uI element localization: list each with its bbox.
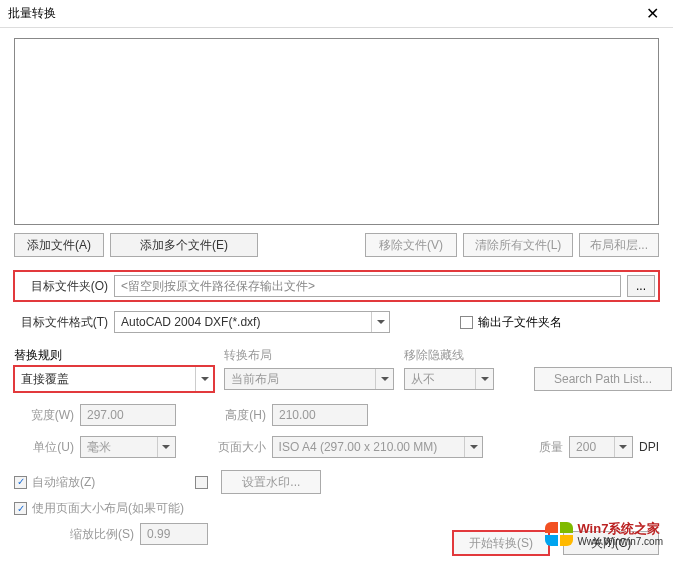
close-button[interactable]: 关闭(C) <box>563 531 659 555</box>
height-input: 210.00 <box>272 404 368 426</box>
replace-rule-label: 替换规则 <box>14 347 214 364</box>
use-page-layout-check: 使用页面大小布局(如果可能) <box>14 500 184 517</box>
checkbox-icon <box>195 476 208 489</box>
chevron-down-icon <box>614 437 632 457</box>
titlebar: 批量转换 ✕ <box>0 0 673 28</box>
target-folder-input[interactable]: <留空则按原文件路径保存输出文件> <box>114 275 621 297</box>
dpi-label: DPI <box>639 440 659 454</box>
checkbox-icon <box>14 476 27 489</box>
replace-rule-select[interactable]: 直接覆盖 <box>14 366 214 392</box>
output-subfolder-label: 输出子文件夹名 <box>478 314 562 331</box>
width-height-row: 宽度(W) 297.00 高度(H) 210.00 <box>14 404 659 426</box>
target-format-label: 目标文件格式(T) <box>14 314 108 331</box>
page-size-value: ISO A4 (297.00 x 210.00 MM) <box>279 440 438 454</box>
use-page-layout-row: 使用页面大小布局(如果可能) <box>14 500 659 517</box>
close-icon[interactable]: ✕ <box>640 4 665 23</box>
page-size-select: ISO A4 (297.00 x 210.00 MM) <box>272 436 484 458</box>
remove-hidden-label: 移除隐藏线 <box>404 347 524 364</box>
convert-layout-label: 转换布局 <box>224 347 394 364</box>
target-folder-row: 目标文件夹(O) <留空则按原文件路径保存输出文件> ... <box>14 271 659 301</box>
layout-layer-button[interactable]: 布局和层... <box>579 233 659 257</box>
scale-ratio-input: 0.99 <box>140 523 208 545</box>
auto-scale-label: 自动缩放(Z) <box>32 474 95 491</box>
target-format-row: 目标文件格式(T) AutoCAD 2004 DXF(*.dxf) 输出子文件夹… <box>14 311 659 333</box>
dialog-content: 添加文件(A) 添加多个文件(E) 移除文件(V) 清除所有文件(L) 布局和层… <box>0 28 673 545</box>
rule-row: 直接覆盖 当前布局 从不 Search Path List... <box>14 366 659 392</box>
file-listbox[interactable] <box>14 38 659 225</box>
chevron-down-icon <box>475 369 493 389</box>
quality-select: 200 <box>569 436 633 458</box>
dialog-action-buttons: 开始转换(S) 关闭(C) <box>453 531 659 555</box>
output-subfolder-check[interactable]: 输出子文件夹名 <box>460 314 562 331</box>
target-format-select[interactable]: AutoCAD 2004 DXF(*.dxf) <box>114 311 390 333</box>
auto-scale-check: 自动缩放(Z) <box>14 474 95 491</box>
add-multi-file-button[interactable]: 添加多个文件(E) <box>110 233 258 257</box>
width-label: 宽度(W) <box>14 407 74 424</box>
auto-scale-row: 自动缩放(Z) 设置水印... <box>14 470 659 494</box>
unit-select: 毫米 <box>80 436 176 458</box>
set-watermark-button[interactable]: 设置水印... <box>221 470 321 494</box>
add-file-button[interactable]: 添加文件(A) <box>14 233 104 257</box>
quality-value: 200 <box>576 440 596 454</box>
unit-value: 毫米 <box>87 439 111 456</box>
chevron-down-icon <box>375 369 393 389</box>
page-size-label: 页面大小 <box>196 439 266 456</box>
remove-hidden-select: 从不 <box>404 368 494 390</box>
chevron-down-icon <box>371 312 389 332</box>
browse-button[interactable]: ... <box>627 275 655 297</box>
clear-all-button[interactable]: 清除所有文件(L) <box>463 233 573 257</box>
chevron-down-icon <box>464 437 482 457</box>
use-page-layout-label: 使用页面大小布局(如果可能) <box>32 500 184 517</box>
start-button[interactable]: 开始转换(S) <box>453 531 549 555</box>
convert-layout-select: 当前布局 <box>224 368 394 390</box>
remove-hidden-value: 从不 <box>411 371 435 388</box>
target-format-value: AutoCAD 2004 DXF(*.dxf) <box>121 315 260 329</box>
convert-layout-value: 当前布局 <box>231 371 279 388</box>
unit-label: 单位(U) <box>14 439 74 456</box>
checkbox-icon <box>460 316 473 329</box>
height-label: 高度(H) <box>196 407 266 424</box>
rule-headers: 替换规则 转换布局 移除隐藏线 <box>14 347 659 364</box>
chevron-down-icon <box>157 437 175 457</box>
unit-page-row: 单位(U) 毫米 页面大小 ISO A4 (297.00 x 210.00 MM… <box>14 436 659 458</box>
remove-file-button[interactable]: 移除文件(V) <box>365 233 457 257</box>
width-input: 297.00 <box>80 404 176 426</box>
search-path-button[interactable]: Search Path List... <box>534 367 672 391</box>
file-button-row: 添加文件(A) 添加多个文件(E) 移除文件(V) 清除所有文件(L) 布局和层… <box>14 233 659 257</box>
scale-ratio-label: 缩放比例(S) <box>14 526 134 543</box>
window-title: 批量转换 <box>8 5 56 22</box>
watermark-group: 设置水印... <box>195 470 321 494</box>
quality-label: 质量 <box>513 439 563 456</box>
checkbox-icon <box>14 502 27 515</box>
target-folder-label: 目标文件夹(O) <box>18 278 108 295</box>
chevron-down-icon <box>195 367 213 391</box>
replace-rule-value: 直接覆盖 <box>21 371 69 388</box>
